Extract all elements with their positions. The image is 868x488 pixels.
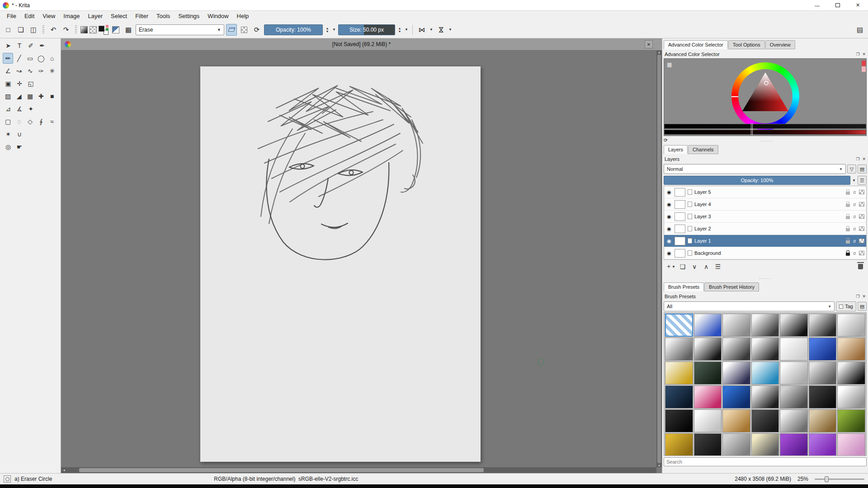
saturation-value-triangle[interactable] [731,62,799,130]
polygon-tool[interactable]: ⌂ [47,53,57,64]
undo-button[interactable]: ↶ [48,24,59,36]
edit-shapes-tool[interactable]: ✐ [25,40,36,51]
mirror-horizontal-button[interactable]: ⋈ [416,24,427,36]
brush-preset-thumbnail-18[interactable] [780,361,808,385]
maximize-button[interactable] [827,0,848,10]
visibility-icon[interactable]: ◉ [666,214,672,220]
layer-view-options-button[interactable]: ▤ [858,164,867,174]
calligraphy-tool[interactable]: ✒ [37,40,47,51]
inherit-alpha-icon[interactable] [859,239,864,243]
select-shapes-tool[interactable]: ➤ [3,40,14,51]
elliptical-select-tool[interactable]: ◌ [14,116,24,127]
freehand-brush-tool[interactable]: ✏ [3,53,13,64]
layer-row-layer-1[interactable]: ◉Layer 1α [664,235,866,247]
tab-brush-preset-history[interactable]: Brush Preset History [704,282,759,291]
brush-preset-thumbnail-28[interactable] [665,409,693,432]
ellipse-tool[interactable]: ◯ [36,53,46,64]
tab-channels[interactable]: Channels [688,145,718,154]
tab-overview[interactable]: Overview [765,40,795,49]
tab-advanced-color-selector[interactable]: Advanced Color Selector [664,40,728,49]
open-document-button[interactable]: ❏ [15,24,26,36]
inherit-alpha-icon[interactable] [859,226,864,231]
menu-select[interactable]: Select [107,12,131,20]
foreground-background-colors[interactable] [99,25,108,35]
brush-preset-thumbnail-38[interactable] [751,433,779,456]
fill-tool[interactable]: ■ [47,91,57,102]
color-sampler-tool[interactable]: ◢ [14,91,24,102]
float-dock-icon[interactable]: ❐ [856,157,859,161]
alpha-lock-icon[interactable]: α [853,202,856,207]
layer-properties-button[interactable]: ☰ [858,176,867,185]
inherit-alpha-icon[interactable] [859,202,864,206]
zoom-slider-handle[interactable] [825,476,829,482]
splitter-handle[interactable]: ...... [664,275,867,280]
alpha-lock-icon[interactable]: α [853,239,856,244]
brush-preset-thumbnail-37[interactable] [722,433,750,456]
layer-opacity-options[interactable]: ▼ [852,178,856,183]
zoom-slider[interactable] [815,476,864,482]
lock-icon[interactable] [846,216,850,219]
layer-row-layer-5[interactable]: ◉Layer 5α [664,186,866,198]
brush-preset-thumbnail-40[interactable] [809,433,837,456]
opacity-options-arrow[interactable]: ▼ [332,28,336,32]
menu-help[interactable]: Help [233,12,253,20]
alpha-lock-icon[interactable]: α [853,214,856,219]
brush-preset-thumbnail-25[interactable] [780,385,808,408]
pattern-edit-tool[interactable]: ▦ [25,91,35,102]
rectangle-tool[interactable]: ▭ [25,53,35,64]
brush-preset-thumbnail-36[interactable] [694,433,722,456]
contiguous-select-tool[interactable]: ✶ [3,129,14,140]
size-spin-buttons[interactable]: ▲▼ [397,27,402,33]
brush-preset-thumbnail-8[interactable] [694,338,722,361]
measure-tool[interactable]: ∡ [14,103,25,114]
menu-image[interactable]: Image [59,12,84,20]
rectangular-select-tool[interactable]: ▢ [3,116,13,127]
smart-patch-tool[interactable]: ✚ [36,91,46,102]
freehand-path-tool[interactable]: ∿ [25,66,35,76]
inherit-alpha-icon[interactable] [859,251,864,255]
alpha-lock-icon[interactable]: α [853,251,856,256]
brush-preset-thumbnail-39[interactable] [780,433,808,456]
pattern-chooser-button[interactable] [90,26,97,33]
selector-settings-icon[interactable]: ▦ [667,61,672,68]
gradient-chooser-button[interactable] [80,26,88,33]
inherit-alpha-icon[interactable] [859,214,864,219]
brush-preset-thumbnail-22[interactable] [694,385,722,408]
advanced-color-selector[interactable]: ▦ [664,58,867,136]
hue-shade-bar[interactable] [664,130,866,135]
layer-row-layer-4[interactable]: ◉Layer 4α [664,198,866,211]
alpha-lock-icon[interactable]: α [853,226,856,231]
menu-view[interactable]: View [38,12,59,20]
lock-icon[interactable] [846,240,850,244]
opacity-spin-buttons[interactable]: ▲▼ [325,27,330,33]
move-tool[interactable]: ✛ [14,78,25,89]
opacity-slider[interactable]: Opacity: 100% [264,24,323,35]
splitter-handle[interactable]: ...... [668,138,867,142]
brush-preset-thumbnail-34[interactable] [837,409,865,432]
layer-filter-button[interactable]: ▽ [847,164,856,174]
preserve-alpha-button[interactable] [239,24,250,36]
visibility-icon[interactable]: ◉ [666,238,672,244]
vertical-scroll-thumb[interactable] [657,55,661,463]
layer-row-layer-3[interactable]: ◉Layer 3α [664,211,866,223]
brush-preset-thumbnail-10[interactable] [751,338,779,361]
brush-preset-thumbnail-4[interactable] [780,314,808,337]
brush-preset-thumbnail-29[interactable] [694,409,722,432]
redo-button[interactable]: ↷ [61,24,71,36]
brush-preset-thumbnail-23[interactable] [722,385,750,408]
brush-preset-thumbnail-1[interactable] [694,314,722,337]
brush-preset-thumbnail-20[interactable] [837,361,865,385]
brush-preset-thumbnail-31[interactable] [751,409,779,432]
reference-images-tool[interactable]: ✦ [25,103,36,114]
tab-tool-options[interactable]: Tool Options [728,40,765,49]
brush-preset-thumbnail-33[interactable] [809,409,837,432]
colorspace-label[interactable]: RGB/Alpha (8-bit integer/channel) sRGB-e… [214,476,358,482]
visibility-icon[interactable]: ◉ [666,250,672,256]
polygonal-select-tool[interactable]: ◇ [25,116,35,127]
multibrush-tool[interactable]: ✳ [47,66,57,76]
menu-layer[interactable]: Layer [84,12,107,20]
inherit-alpha-icon[interactable] [859,190,864,194]
close-dock-icon[interactable]: ✕ [862,294,866,299]
layer-properties-dialog-button[interactable]: ☰ [713,262,722,272]
lock-icon[interactable] [846,192,850,195]
